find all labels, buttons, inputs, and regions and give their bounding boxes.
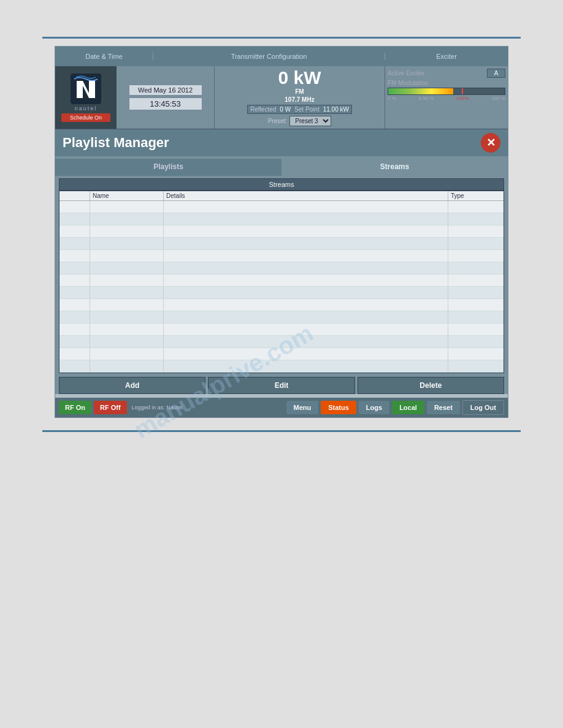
fm-label-100: 100% — [456, 96, 469, 101]
footer-bar: RF On RF Off Logged in as: Nautel Menu S… — [55, 398, 508, 417]
time-display: 13:45:53 — [129, 97, 202, 110]
fm-label-160: 160 % — [491, 96, 505, 101]
exciter-header: Exciter — [385, 53, 508, 60]
fm-bar-fill — [388, 88, 453, 94]
action-buttons-row: Add Edit Delete — [59, 377, 504, 394]
pm-title-row: Playlist Manager ✕ — [55, 129, 508, 156]
fm-modulation-bar — [388, 88, 505, 95]
tx-config-header-label: Transmitter Configuration — [231, 53, 307, 60]
tx-mode: FM — [295, 88, 304, 95]
logo-section: nautel Schedule On — [55, 66, 117, 129]
fm-mod-label: FM Modulation — [388, 80, 505, 86]
table-row[interactable] — [59, 213, 504, 226]
add-button[interactable]: Add — [59, 377, 205, 394]
nautel-brand-text: nautel — [75, 105, 98, 112]
logged-in-text: Logged in as: Nautel — [129, 404, 284, 411]
table-row[interactable] — [59, 324, 504, 336]
pm-close-button[interactable]: ✕ — [481, 133, 500, 153]
reflected-value: 0 W — [280, 106, 291, 113]
tab-playlists[interactable]: Playlists — [55, 159, 282, 176]
nautel-logo-svg — [72, 75, 100, 103]
table-row[interactable] — [59, 275, 504, 287]
preset-label: Preset: — [268, 118, 288, 124]
playlist-manager: Playlist Manager ✕ Playlists Streams Str… — [55, 129, 508, 394]
fm-label-value: 8.99 % — [419, 96, 434, 101]
reflected-row: Reflected 0 W Set Point 11.00 kW — [247, 105, 352, 114]
table-row[interactable] — [59, 262, 504, 275]
col-header-name: Name — [90, 191, 164, 200]
pm-title: Playlist Manager — [63, 135, 169, 151]
col-header-details: Details — [164, 191, 448, 200]
table-row[interactable] — [59, 348, 504, 360]
table-body — [59, 201, 504, 373]
tx-config-column: 0 kW FM 107.7 MHz Reflected 0 W Set Poin… — [215, 66, 385, 129]
setpoint-label: Set Point — [294, 106, 320, 113]
active-exciter-value: A — [487, 69, 505, 78]
date-display: Wed May 16 2012 — [129, 85, 202, 96]
menu-button[interactable]: Menu — [286, 401, 319, 414]
reset-button[interactable]: Reset — [427, 401, 460, 414]
rf-on-button[interactable]: RF On — [59, 401, 91, 414]
streams-section-header: Streams — [59, 178, 504, 191]
preset-row: Preset: Preset 3 — [268, 116, 332, 126]
date-time-header: Date & Time — [55, 53, 153, 60]
delete-button[interactable]: Delete — [358, 377, 504, 394]
table-row[interactable] — [59, 336, 504, 348]
streams-table: Name Details Type — [59, 191, 504, 373]
reflected-label: Reflected — [250, 106, 276, 113]
power-display: 0 kW — [278, 69, 321, 87]
datetime-column: Wed May 16 2012 13:45:53 — [117, 66, 215, 129]
status-button[interactable]: Status — [321, 401, 356, 414]
table-row[interactable] — [59, 287, 504, 299]
preset-select[interactable]: Preset 3 — [289, 116, 331, 126]
date-time-header-label: Date & Time — [85, 53, 123, 60]
fm-bar-marker — [462, 88, 463, 94]
logs-button[interactable]: Logs — [359, 401, 389, 414]
tabs-row: Playlists Streams — [55, 156, 508, 176]
exciter-column: Active Exciter A FM Modulation 0 % 8.99 … — [385, 66, 508, 129]
logout-button[interactable]: Log Out — [462, 400, 504, 415]
tx-frequency: 107.7 MHz — [285, 96, 314, 103]
tab-streams[interactable]: Streams — [282, 159, 508, 176]
edit-button[interactable]: Edit — [208, 377, 354, 394]
table-row[interactable] — [59, 360, 504, 373]
col-header-type: Type — [448, 191, 504, 200]
table-row[interactable] — [59, 238, 504, 250]
active-exciter-label: Active Exciter — [388, 70, 487, 77]
fm-label-0: 0 % — [388, 96, 396, 101]
table-row[interactable] — [59, 250, 504, 262]
exciter-header-label: Exciter — [436, 53, 457, 60]
table-row[interactable] — [59, 311, 504, 324]
schedule-button[interactable]: Schedule On — [61, 113, 110, 122]
tx-config-header: Transmitter Configuration — [153, 53, 385, 60]
rf-off-button[interactable]: RF Off — [94, 401, 127, 414]
local-button[interactable]: Local — [392, 401, 424, 414]
table-column-headers: Name Details Type — [59, 191, 504, 201]
col-header-num — [59, 191, 90, 200]
table-row[interactable] — [59, 299, 504, 311]
fm-bar-labels: 0 % 8.99 % 100% 160 % — [388, 96, 505, 101]
setpoint-value: 11.00 kW — [323, 106, 349, 113]
table-row[interactable] — [59, 226, 504, 238]
nautel-logo — [71, 74, 101, 104]
table-row[interactable] — [59, 201, 504, 213]
